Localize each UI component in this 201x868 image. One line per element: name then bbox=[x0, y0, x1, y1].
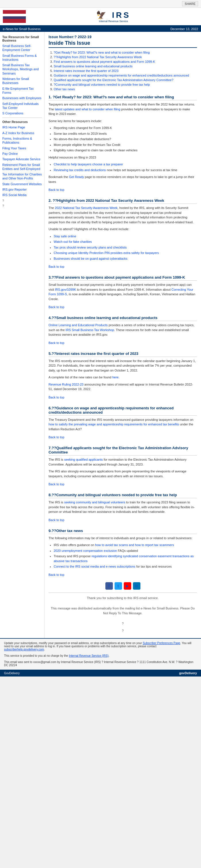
sidebar-item-self-employment[interactable]: Small Business Self-Employment Center bbox=[2, 44, 42, 52]
latest-updates-link[interactable]: latest updates and what to consider when… bbox=[55, 107, 120, 111]
irs-link[interactable]: Internal Revenue Service (IRS) bbox=[69, 654, 109, 657]
linkedin-icon[interactable]: in bbox=[133, 582, 140, 590]
community-volunteers-link[interactable]: seeking community and bilingual voluntee… bbox=[64, 500, 125, 504]
back-to-top-8[interactable]: Back to top bbox=[49, 518, 64, 522]
section-7-para-1: The IRS is seeking qualified applicants … bbox=[49, 457, 197, 467]
toc-link-2[interactable]: ??Highlights from 2022 National Tax Secu… bbox=[54, 55, 142, 59]
sidebar-item-taxpayer-advocate[interactable]: Taxpayer Advocate Service bbox=[2, 157, 42, 161]
sidebar-item-forms[interactable]: Small Business Forms & Instructions bbox=[2, 54, 42, 62]
list-item: Connect to the IRS social media and e-ne… bbox=[54, 564, 197, 569]
section-1: 1. ?Get Ready? for 2023: What?s new and … bbox=[49, 95, 197, 194]
back-to-top-4[interactable]: Back to top bbox=[49, 341, 64, 345]
sidebar-item-az-index[interactable]: A-Z Index for Business bbox=[2, 131, 42, 135]
back-to-top-9[interactable]: Back to top bbox=[49, 573, 64, 577]
ip-pin-link[interactable]: Choosing unique Identity Protection PIN … bbox=[54, 251, 159, 254]
sidebar-other-resources-title: Other Resources bbox=[2, 120, 42, 124]
sidebar-item-irs-home[interactable]: IRS Home Page bbox=[2, 125, 42, 129]
back-to-top-3[interactable]: Back to top bbox=[49, 305, 64, 309]
toc-link-6[interactable]: Guidance on wage and apprenticeship requ… bbox=[54, 74, 189, 77]
sidebar-item-corporations[interactable]: S Corporations bbox=[2, 111, 42, 115]
get-ready-link[interactable]: Get Ready bbox=[69, 175, 84, 179]
qualified-applicants-link[interactable]: seeking qualified applicants bbox=[64, 458, 103, 461]
section-1-para-1: Taxpayers are encouraged to take importa… bbox=[49, 102, 197, 116]
back-to-top-1[interactable]: Back to top bbox=[49, 188, 64, 191]
facebook-icon[interactable]: f bbox=[105, 582, 113, 590]
inside-title: Inside This Issue bbox=[49, 40, 197, 48]
stay-safe-link[interactable]: Stay safe online bbox=[54, 235, 76, 238]
prevailing-wage-link[interactable]: how to satisfy the prevailing wage and a… bbox=[49, 423, 179, 426]
share-button[interactable]: SHARE bbox=[182, 1, 198, 6]
section-1-bookmark: Bookmark the Get Ready page to receive r… bbox=[49, 175, 197, 184]
small-business-workshop-link[interactable]: IRS Small Business Tax Workshop bbox=[65, 328, 114, 332]
table-of-contents: ?Get Ready? for 2023: What?s new and wha… bbox=[49, 51, 197, 91]
section-2-para-1: The 2022 National Tax Security Awareness… bbox=[49, 206, 197, 224]
twitter-icon[interactable]: t bbox=[115, 582, 122, 590]
cyberattacks-link[interactable]: Businesses should be on guard against cy… bbox=[54, 257, 127, 260]
toc-link-1[interactable]: ?Get Ready? for 2023: What?s new and wha… bbox=[54, 51, 150, 54]
checklist-link[interactable]: Checklist to help taxpayers choose a tax… bbox=[54, 162, 123, 166]
sidebar-item-forms-pubs[interactable]: Forms, Instructions & Publications bbox=[2, 136, 42, 145]
toc-link-5[interactable]: Interest rates increase the first quarte… bbox=[54, 69, 119, 72]
back-to-top-5[interactable]: Back to top bbox=[49, 396, 64, 399]
section-3: 3.??Find answers to questions about paym… bbox=[49, 275, 197, 312]
youtube-icon[interactable]: ► bbox=[124, 582, 131, 590]
back-to-top-7[interactable]: Back to top bbox=[49, 483, 64, 486]
toc-link-4[interactable]: Small business online learning and educa… bbox=[54, 64, 133, 68]
section-5-para-1: The IRS recently announced that interest… bbox=[49, 359, 197, 373]
footer-text-1: Thank you for subscribing to this IRS em… bbox=[49, 596, 197, 600]
sidebar-item-irs-reporter[interactable]: IRS.gov Reporter bbox=[2, 187, 42, 191]
sidebar-item-webinars[interactable]: Webinars for Small Businesses bbox=[2, 77, 42, 85]
sidebar-item-workshops[interactable]: Small Business Tax Workshops, Meetings a… bbox=[2, 63, 42, 75]
online-learning-link[interactable]: Online Learning and Educational Products bbox=[49, 323, 108, 327]
sidebar-item-charities[interactable]: Tax Information for Charities and Other … bbox=[2, 172, 42, 181]
toc-link-9[interactable]: Other tax news bbox=[54, 87, 75, 91]
list-item: Treasury and IRS propose regulations ide… bbox=[54, 554, 197, 563]
list-item: Other tax news bbox=[54, 87, 197, 91]
sidebar: Tax Resources for Small Business Small B… bbox=[0, 32, 45, 638]
issue-number: Issue Number:? 2022-19 bbox=[49, 35, 197, 39]
subscriber-preferences-link[interactable]: Subscriber Preferences Page bbox=[143, 642, 180, 645]
sidebar-item-filing[interactable]: Filing Your Taxes bbox=[2, 146, 42, 150]
sidebar-item-state-gov[interactable]: State Government Websites bbox=[2, 182, 42, 186]
section-4: 4.??Small business online learning and e… bbox=[49, 316, 197, 347]
sidebar-item-pay-online[interactable]: Pay Online bbox=[2, 152, 42, 156]
unemployment-exclusion-link[interactable]: 2020 unemployment compensation exclusion bbox=[54, 549, 117, 552]
section-8: 8.??Community and bilingual volunteers n… bbox=[49, 493, 197, 525]
avoid-scams-link[interactable]: how to avoid tax scams and how to report… bbox=[95, 543, 174, 547]
security-plans-link[interactable]: Tax pros should review security plans an… bbox=[54, 246, 126, 249]
section-1-key-items: Reporting rules changed for Form 1099-K … bbox=[49, 126, 197, 153]
back-to-top-2[interactable]: Back to top bbox=[49, 265, 64, 268]
section-9-para-1: The following information may be of inte… bbox=[49, 536, 197, 540]
toc-link-3[interactable]: Find answers to questions about payment … bbox=[54, 60, 155, 63]
subscriberhelp-link[interactable]: subscriberhelp.govdelivery.com bbox=[4, 648, 44, 651]
page-footer: Update your subscriptions, modify your p… bbox=[0, 638, 201, 670]
toc-link-7[interactable]: Qualified applicants sought for the Elec… bbox=[54, 78, 173, 82]
social-icons-area: f t ► in bbox=[49, 582, 197, 590]
list-item: Some tax credits return to 2019 levels bbox=[54, 131, 197, 136]
back-to-top-6[interactable]: Back to top bbox=[49, 435, 64, 439]
toc-link-8[interactable]: ?Community and bilingual volunteers need… bbox=[54, 83, 150, 86]
irs-1099k-link[interactable]: IRS.gov/1099K bbox=[55, 288, 76, 291]
section-1-helpful-list: Checklist to help taxpayers choose a tax… bbox=[49, 162, 197, 172]
rates-here-link[interactable]: here bbox=[112, 375, 119, 379]
security-week-link[interactable]: 2022 National Tax Security Awareness Wee… bbox=[55, 206, 117, 210]
list-item: ?Community and bilingual volunteers need… bbox=[54, 83, 197, 86]
social-media-connect-link[interactable]: Connect to the IRS social media and e-ne… bbox=[54, 565, 135, 568]
sidebar-item-efile[interactable]: E-file Employment Tax Forms bbox=[2, 87, 42, 95]
list-item: Find answers to questions about payment … bbox=[54, 60, 197, 63]
list-item: Watch out for fake charities bbox=[54, 239, 197, 244]
sidebar-item-retirement-plans[interactable]: Retirement Plans for Small Entities and … bbox=[2, 163, 42, 171]
fake-charities-link[interactable]: Watch out for fake charities bbox=[54, 240, 92, 243]
sidebar-item-businesses-employees[interactable]: Businesses with Employees bbox=[2, 96, 42, 100]
conservation-easement-link[interactable]: regulations identifying syndicated conse… bbox=[54, 554, 194, 563]
sidebar-item-social-media[interactable]: IRS Social Media bbox=[2, 193, 42, 197]
section-1-para-2: Some key items for taxpayers include: bbox=[49, 119, 197, 124]
revenue-ruling-link[interactable]: Revenue Ruling 2022-23 bbox=[49, 383, 84, 386]
sidebar-divider bbox=[2, 118, 42, 118]
sidebar-tax-resources-title: Tax Resources for Small Business bbox=[2, 35, 42, 42]
section-2: 2. ??Highlights from 2022 National Tax S… bbox=[49, 198, 197, 271]
content-footer: Thank you for subscribing to this IRS em… bbox=[49, 592, 197, 633]
reviewing-credits-link[interactable]: Reviewing tax credits and deductions bbox=[54, 168, 106, 172]
sidebar-item-self-employed[interactable]: Self-Employed Individuals Tax Center bbox=[2, 102, 42, 110]
section-3-title: 3.??Find answers to questions about paym… bbox=[49, 275, 197, 281]
